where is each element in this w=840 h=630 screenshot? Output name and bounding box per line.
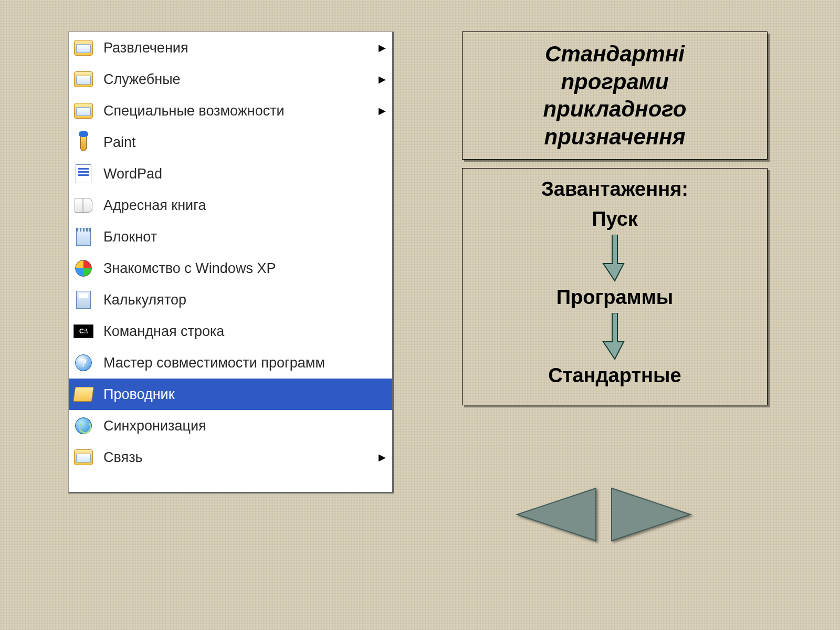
menu-item-label: Калькулятор (103, 292, 386, 308)
menu-item-label: WordPad (103, 166, 386, 182)
menu-item-synchronize[interactable]: Синхронизация (69, 410, 392, 442)
folder-icon (73, 69, 94, 90)
menu-item-label: Знакомство с Windows XP (103, 260, 386, 277)
title-box: Стандартні програми прикладного призначе… (462, 32, 768, 160)
next-slide-button[interactable] (609, 483, 698, 546)
command-prompt-icon: C:\ (73, 321, 94, 342)
menu-item-accessibility[interactable]: Специальные возможности ▶ (69, 95, 392, 127)
slide-nav (509, 483, 698, 546)
steps-box: Завантаження: Пуск Программы Стандартные (462, 168, 768, 405)
menu-item-label: Адресная книга (103, 197, 386, 214)
calculator-icon (73, 289, 94, 310)
menu-item-label: Синхронизация (103, 418, 386, 434)
title-line: Стандартні (545, 41, 685, 66)
menu-item-compatibility-wizard[interactable]: ? Мастер совместимости программ (69, 347, 392, 379)
submenu-arrow-icon: ▶ (379, 42, 386, 54)
menu-item-label: Служебные (103, 71, 379, 88)
menu-item-label: Связь (103, 449, 379, 466)
menu-item-label: Проводник (103, 386, 386, 403)
svg-marker-0 (517, 488, 596, 541)
step-programs: Программы (468, 286, 762, 309)
submenu-arrow-icon: ▶ (379, 105, 386, 117)
notepad-icon (73, 226, 94, 247)
menu-item-label: Специальные возможности (103, 103, 379, 119)
folder-icon (73, 37, 94, 58)
submenu-arrow-icon: ▶ (379, 452, 386, 463)
menu-item-communications[interactable]: Связь ▶ (69, 442, 392, 473)
menu-item-system-tools[interactable]: Служебные ▶ (69, 64, 392, 95)
help-icon: ? (73, 352, 94, 373)
menu-item-tour-windows-xp[interactable]: Знакомство с Windows XP (69, 253, 392, 284)
title-line: програми (561, 69, 668, 94)
menu-item-calculator[interactable]: Калькулятор (69, 284, 392, 316)
address-book-icon (73, 195, 94, 216)
steps-header: Завантаження: (468, 178, 762, 201)
arrow-down-icon (602, 235, 628, 282)
menu-item-label: Командная строка (103, 323, 386, 340)
accessories-menu: Развлечения ▶ Служебные ▶ Специальные во… (68, 32, 394, 494)
explorer-icon (73, 384, 94, 405)
menu-item-explorer[interactable]: Проводник (69, 379, 392, 410)
folder-icon (73, 100, 94, 121)
windows-xp-icon (73, 258, 94, 279)
menu-item-label: Paint (103, 134, 386, 151)
title-line: прикладного (543, 97, 687, 121)
step-start: Пуск (468, 208, 762, 230)
submenu-arrow-icon: ▶ (379, 74, 386, 85)
menu-item-entertainment[interactable]: Развлечения ▶ (69, 32, 392, 64)
title-line: призначення (544, 124, 686, 149)
menu-item-label: Мастер совместимости программ (103, 355, 386, 371)
menu-item-command-prompt[interactable]: C:\ Командная строка (69, 316, 392, 347)
menu-item-address-book[interactable]: Адресная книга (69, 190, 392, 221)
sync-icon (73, 415, 94, 436)
menu-item-label: Блокнот (103, 229, 386, 245)
menu-item-wordpad[interactable]: WordPad (69, 158, 392, 190)
menu-item-notepad[interactable]: Блокнот (69, 221, 392, 253)
wordpad-icon (73, 163, 94, 184)
folder-icon (73, 447, 94, 468)
arrow-down-icon (602, 313, 628, 360)
menu-item-paint[interactable]: Paint (69, 127, 392, 158)
menu-item-label: Развлечения (103, 40, 379, 56)
paint-icon (73, 132, 94, 153)
step-accessories: Стандартные (468, 364, 762, 387)
prev-slide-button[interactable] (509, 483, 598, 546)
svg-marker-1 (612, 488, 690, 541)
